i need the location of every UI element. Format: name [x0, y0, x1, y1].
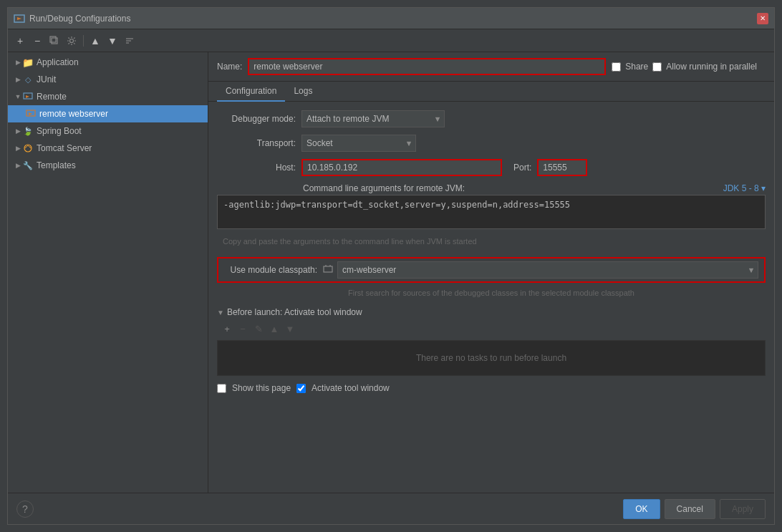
- svg-rect-3: [50, 37, 56, 42]
- module-select-wrapper: cm-webserver ▾: [323, 261, 758, 279]
- title-bar: Run/Debug Configurations ✕: [8, 8, 774, 29]
- dropdown-arrow: ▾: [407, 138, 411, 148]
- cmdline-header-row: Command line arguments for remote JVM: J…: [217, 183, 766, 193]
- svg-point-4: [70, 39, 74, 42]
- host-port-row: Host: Port:: [217, 159, 766, 176]
- sidebar-item-label: Remote: [37, 92, 67, 102]
- show-page-checkbox[interactable]: [217, 384, 226, 393]
- remote-item-icon: [25, 108, 37, 120]
- debugger-mode-select[interactable]: Attach to remote JVM ▾: [301, 110, 445, 127]
- cancel-button[interactable]: Cancel: [665, 499, 715, 519]
- transport-label: Transport:: [217, 138, 296, 148]
- debugger-mode-value: Attach to remote JVM: [306, 114, 389, 124]
- expand-arrow: ▶: [14, 144, 22, 153]
- config-tree: ▶ 📁 Application ▶ ◇ JUnit ▼ Remote: [8, 52, 208, 493]
- expand-arrow: ▶: [14, 161, 22, 170]
- module-icon: [323, 264, 333, 276]
- bottom-buttons: OK Cancel Apply: [623, 499, 766, 519]
- launch-empty-text: There are no tasks to run before launch: [416, 353, 566, 363]
- apply-button[interactable]: Apply: [720, 499, 766, 519]
- host-label: Host:: [217, 163, 296, 173]
- transport-select[interactable]: Socket ▾: [301, 135, 416, 152]
- arrow-down-button[interactable]: ▼: [105, 33, 120, 49]
- port-input[interactable]: [537, 159, 587, 176]
- share-label: Share: [625, 62, 648, 72]
- sidebar-item-label: Spring Boot: [37, 126, 82, 136]
- name-row: Name: Share Allow running in parallel: [208, 52, 774, 82]
- settings-button[interactable]: [64, 33, 79, 49]
- jdk-link[interactable]: JDK 5 - 8 ▾: [723, 183, 766, 193]
- launch-down-button[interactable]: ▼: [283, 321, 297, 336]
- svg-rect-13: [324, 266, 332, 272]
- launch-edit-button[interactable]: ✎: [251, 321, 266, 336]
- allow-parallel-checkbox[interactable]: [652, 62, 662, 72]
- show-page-row: Show this page Activate tool window: [217, 383, 766, 393]
- bottom-bar: ? OK Cancel Apply: [8, 493, 774, 524]
- launch-up-button[interactable]: ▲: [267, 321, 281, 336]
- transport-row: Transport: Socket ▾: [217, 135, 766, 152]
- before-launch-header: ▼ Before launch: Activate tool window: [217, 307, 766, 317]
- sidebar-item-junit[interactable]: ▶ ◇ JUnit: [8, 71, 208, 88]
- share-row: Share Allow running in parallel: [612, 62, 766, 72]
- dropdown-arrow: ▾: [749, 265, 753, 275]
- run-debug-dialog: Run/Debug Configurations ✕ + − ▲ ▼ ▶ 📁: [7, 7, 775, 525]
- expand-arrow: ▶: [14, 75, 22, 84]
- activate-tool-window-checkbox[interactable]: [296, 384, 306, 393]
- sidebar-item-templates[interactable]: ▶ 🔧 Templates: [8, 157, 208, 174]
- add-button[interactable]: +: [12, 33, 28, 49]
- dropdown-arrow: ▾: [435, 114, 440, 124]
- junit-icon: ◇: [22, 74, 34, 85]
- module-classpath-select[interactable]: cm-webserver ▾: [337, 261, 758, 279]
- svg-marker-11: [29, 112, 32, 115]
- expand-arrow: ▼: [14, 92, 22, 101]
- help-button[interactable]: ?: [16, 500, 34, 518]
- ok-button[interactable]: OK: [623, 499, 660, 519]
- sort-button[interactable]: [122, 33, 137, 49]
- launch-mini-toolbar: + − ✎ ▲ ▼: [217, 321, 766, 336]
- module-classpath-hint: First search for sources of the debugged…: [217, 286, 766, 300]
- separator: [83, 35, 84, 47]
- show-page-label: Show this page: [232, 383, 291, 393]
- sidebar-item-label: Application: [37, 57, 79, 67]
- dialog-title: Run/Debug Configurations: [29, 14, 757, 24]
- share-checkbox[interactable]: [612, 62, 621, 72]
- activate-tool-window-label: Activate tool window: [312, 383, 390, 393]
- cmdline-area-wrapper: -agentlib:jdwp=transport=dt_socket,serve…: [217, 195, 766, 231]
- svg-marker-9: [26, 95, 29, 98]
- sidebar-item-application[interactable]: ▶ 📁 Application: [8, 54, 208, 71]
- left-panel: ▶ 📁 Application ▶ ◇ JUnit ▼ Remote: [8, 52, 208, 493]
- launch-remove-button[interactable]: −: [236, 321, 250, 336]
- copy-button[interactable]: [47, 33, 62, 49]
- springboot-icon: 🍃: [22, 125, 34, 137]
- dialog-icon: [14, 13, 25, 24]
- remote-icon: [22, 91, 34, 102]
- expand-arrow: ▶: [14, 127, 22, 135]
- cmdline-hint: Copy and paste the arguments to the comm…: [217, 234, 766, 248]
- tab-configuration[interactable]: Configuration: [217, 82, 285, 102]
- svg-rect-2: [52, 38, 57, 44]
- tabs-bar: Configuration Logs: [208, 82, 774, 102]
- svg-rect-10: [26, 110, 35, 116]
- host-input[interactable]: [301, 159, 502, 176]
- sidebar-item-label: Templates: [37, 160, 76, 170]
- collapse-arrow-icon[interactable]: ▼: [217, 309, 224, 316]
- transport-value: Socket: [306, 138, 333, 148]
- sidebar-item-tomcat[interactable]: ▶ Tomcat Server: [8, 140, 208, 157]
- svg-marker-1: [17, 17, 21, 20]
- name-input[interactable]: [248, 58, 606, 75]
- arrow-up-button[interactable]: ▲: [87, 33, 103, 49]
- right-panel: Name: Share Allow running in parallel Co…: [208, 52, 774, 493]
- close-button[interactable]: ✕: [757, 13, 768, 24]
- module-classpath-label: Use module classpath:: [224, 265, 317, 275]
- config-content: Debugger mode: Attach to remote JVM ▾ Tr…: [208, 102, 774, 493]
- launch-add-button[interactable]: +: [220, 321, 234, 336]
- main-content: ▶ 📁 Application ▶ ◇ JUnit ▼ Remote: [8, 52, 774, 493]
- cmdline-textarea[interactable]: -agentlib:jdwp=transport=dt_socket,serve…: [217, 195, 766, 229]
- debugger-mode-row: Debugger mode: Attach to remote JVM ▾: [217, 110, 766, 127]
- expand-arrow: ▶: [14, 58, 22, 67]
- sidebar-item-remote-webserver[interactable]: remote webserver: [8, 105, 208, 122]
- remove-button[interactable]: −: [29, 33, 45, 49]
- tab-logs[interactable]: Logs: [285, 82, 321, 102]
- sidebar-item-springboot[interactable]: ▶ 🍃 Spring Boot: [8, 122, 208, 140]
- sidebar-item-remote[interactable]: ▼ Remote: [8, 88, 208, 105]
